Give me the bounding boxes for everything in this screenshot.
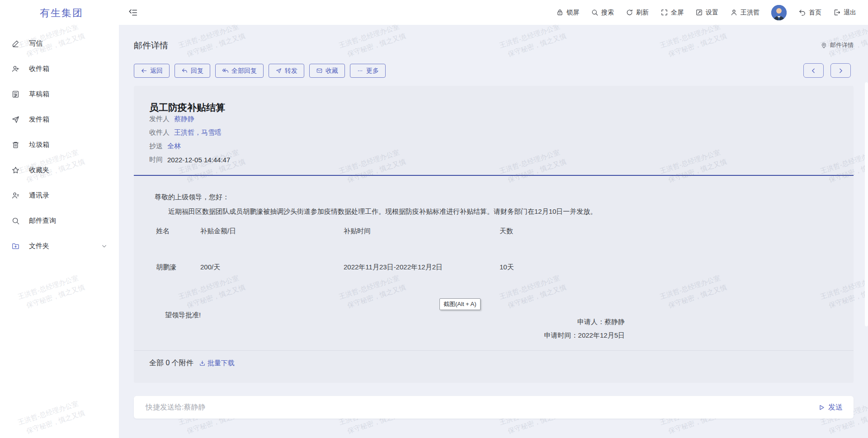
user-avatar[interactable]: [771, 5, 787, 20]
refresh-button[interactable]: 刷新: [626, 9, 649, 17]
favorite-mail-icon: [316, 67, 323, 74]
breadcrumb: 邮件详情: [821, 41, 854, 49]
sidebar-item-trash[interactable]: 垃圾箱: [0, 132, 119, 157]
table-header-amount: 补贴金额/日: [200, 227, 344, 236]
mail-detail-card: 员工防疫补贴结算 发件人 蔡静静 收件人 王洪哲，马雪瑶 抄送 全林 时间 20…: [134, 86, 854, 383]
sidebar-item-favorites[interactable]: 收藏夹: [0, 157, 119, 183]
current-user[interactable]: 王洪哲: [730, 9, 760, 17]
vertical-scrollbar[interactable]: [865, 82, 868, 326]
cc-link[interactable]: 全林: [167, 142, 181, 151]
sidebar-item-folders[interactable]: 文件夹: [0, 233, 119, 259]
more-icon: [357, 67, 363, 74]
table-header-days: 天数: [500, 227, 717, 236]
send-button[interactable]: 发送: [818, 403, 843, 412]
mail-pager: [803, 63, 851, 78]
send-icon: [818, 404, 826, 411]
attachments-divider: [134, 350, 854, 351]
contacts-icon: [11, 191, 20, 200]
mail-time: 2022-12-05 14:44:47: [167, 156, 230, 164]
sidebar-item-drafts[interactable]: 草稿箱: [0, 81, 119, 107]
breadcrumb-label: 邮件详情: [830, 41, 854, 49]
apply-time-line: 申请时间：2022年12月5日: [149, 331, 625, 340]
quick-send-input[interactable]: [145, 403, 818, 412]
fullscreen-button[interactable]: 全屏: [660, 9, 684, 17]
mail-meta: 发件人 蔡静静 收件人 王洪哲，马雪瑶 抄送 全林 时间 2022-12-05 …: [149, 112, 230, 166]
star-icon: [11, 166, 20, 174]
sidebar-item-contacts[interactable]: 通讯录: [0, 183, 119, 208]
meta-time: 时间 2022-12-05 14:44:47: [149, 153, 230, 166]
folder-icon: [11, 242, 20, 250]
topbar-actions: 锁屏 搜索 刷新 全屏: [556, 0, 856, 25]
applicant-line: 申请人：蔡静静: [149, 318, 625, 326]
home-button[interactable]: 首页: [798, 9, 821, 17]
sidebar-item-sent[interactable]: 发件箱: [0, 107, 119, 132]
attachments-row: 全部 0 个附件 批量下载: [149, 358, 235, 368]
meta-cc: 抄送 全林: [149, 139, 230, 153]
mail-paragraph: 近期福田区数据团队成员胡鹏濠被抽调沙头街道参加疫情数据处理工作。现根据防疫补贴标…: [168, 207, 597, 216]
drafts-icon: [11, 90, 20, 99]
sidebar-item-inbox[interactable]: 收件箱: [0, 56, 119, 81]
screenshot-tooltip: 截图(Alt + A): [439, 298, 481, 310]
meta-from: 发件人 蔡静静: [149, 112, 230, 126]
mail-greeting: 尊敬的上级领导，您好：: [155, 193, 229, 202]
table-cell-amount: 200/天: [200, 263, 344, 273]
search-icon: [591, 9, 599, 16]
home-icon: [798, 9, 806, 16]
table-cell-days: 10天: [500, 263, 717, 273]
logout-icon: [833, 9, 841, 16]
reply-all-button[interactable]: 全部回复: [215, 64, 264, 78]
reply-all-icon: [222, 67, 229, 74]
mail-app: 有生集团 锁屏 搜索 刷新: [0, 0, 868, 438]
recipients-link[interactable]: 王洪哲，马雪瑶: [174, 128, 222, 137]
compose-icon: [11, 39, 20, 48]
sidebar-item-compose[interactable]: 写信: [0, 31, 119, 56]
meta-to: 收件人 王洪哲，马雪瑶: [149, 126, 230, 139]
settings-button[interactable]: 设置: [695, 9, 718, 17]
batch-download-link[interactable]: 批量下载: [199, 359, 235, 367]
trash-icon: [11, 141, 20, 149]
inbox-icon: [11, 65, 20, 73]
header-divider: [134, 175, 854, 176]
lock-icon: [556, 9, 564, 16]
attachments-summary: 全部 0 个附件: [149, 358, 193, 368]
mail-toolbar: 返回 回复 全部回复 转发: [134, 64, 386, 78]
reply-icon: [181, 67, 188, 74]
reply-button[interactable]: 回复: [175, 64, 210, 78]
favorite-button[interactable]: 收藏: [309, 64, 345, 78]
back-button[interactable]: 返回: [134, 64, 170, 78]
page-title: 邮件详情: [134, 40, 168, 52]
user-icon: [730, 9, 738, 16]
quick-send-bar: 发送: [134, 396, 854, 419]
table-cell-name: 胡鹏濠: [156, 263, 200, 273]
chevron-down-icon[interactable]: [101, 243, 107, 249]
forward-button[interactable]: 转发: [269, 64, 304, 78]
sidebar-menu: 写信 收件箱 草稿箱 发件箱: [0, 31, 119, 259]
sidebar: 写信 收件箱 草稿箱 发件箱: [0, 25, 119, 438]
download-icon: [199, 360, 206, 367]
apply-time-value: 2022年12月5日: [578, 331, 625, 339]
table-header-period: 补贴时间: [344, 227, 500, 236]
back-icon: [141, 67, 147, 74]
top-bar: 有生集团 锁屏 搜索 刷新: [0, 0, 868, 25]
sidebar-item-mail-search[interactable]: 邮件查询: [0, 208, 119, 233]
table-cell-period: 2022年11月23日-2022年12月2日: [344, 263, 500, 273]
brand-logo: 有生集团: [40, 6, 83, 20]
more-button[interactable]: 更多: [350, 64, 386, 78]
logout-button[interactable]: 退出: [833, 9, 856, 17]
applicant-name: 蔡静静: [604, 318, 625, 325]
prev-mail-button[interactable]: [803, 63, 824, 78]
chevron-right-icon: [838, 68, 844, 74]
lock-screen-button[interactable]: 锁屏: [556, 9, 579, 17]
mail-search-icon: [11, 217, 20, 225]
subsidy-table: 姓名 补贴金额/日 补贴时间 天数 胡鹏濠 200/天 2022年11月23日-…: [156, 227, 717, 273]
settings-icon: [695, 9, 703, 16]
search-button[interactable]: 搜索: [591, 9, 614, 17]
location-pin-icon: [821, 42, 827, 49]
sender-link[interactable]: 蔡静静: [174, 115, 194, 123]
sent-icon: [11, 115, 20, 124]
next-mail-button[interactable]: [830, 63, 851, 78]
refresh-icon: [626, 9, 633, 16]
main-content: 邮件详情 邮件详情 返回 回复: [119, 25, 868, 438]
forward-icon: [275, 67, 282, 74]
sidebar-collapse-icon[interactable]: [128, 8, 138, 18]
